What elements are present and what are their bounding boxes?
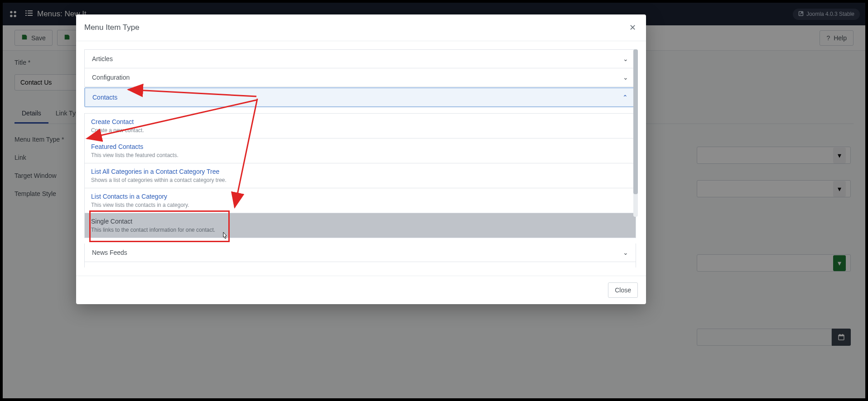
type-list-contacts-category[interactable]: List Contacts in a Category This view li… [85,188,636,213]
close-icon[interactable]: ✕ [627,21,638,34]
accordion-label: Configuration [92,74,130,81]
accordion-configuration[interactable]: Configuration ⌄ [84,68,636,87]
chevron-down-icon: ⌄ [623,249,628,256]
chevron-down-icon: ⌄ [623,74,628,81]
type-single-contact[interactable]: Single Contact This links to the contact… [85,213,636,238]
modal-title: Menu Item Type [84,23,140,32]
menu-item-type-modal: Menu Item Type ✕ Articles ⌄ Configuratio… [76,14,646,304]
close-button[interactable]: Close [608,282,638,298]
accordion-articles[interactable]: Articles ⌄ [84,49,636,68]
accordion-label: News Feeds [92,249,127,256]
accordion-news-feeds[interactable]: News Feeds ⌄ [84,243,636,262]
type-create-contact[interactable]: Create Contact Create a new contact. [85,114,636,138]
type-featured-contacts[interactable]: Featured Contacts This view lists the fe… [85,138,636,163]
type-list-all-categories[interactable]: List All Categories in a Contact Categor… [85,163,636,188]
accordion-privacy[interactable]: Privacy ⌄ [84,262,636,267]
accordion-contacts[interactable]: Contacts ⌃ [84,87,636,107]
chevron-down-icon: ⌄ [623,55,628,62]
scrollbar-thumb[interactable] [633,49,638,194]
chevron-up-icon: ⌃ [622,94,628,101]
accordion-label: Contacts [92,94,117,101]
accordion-label: Articles [92,55,113,62]
